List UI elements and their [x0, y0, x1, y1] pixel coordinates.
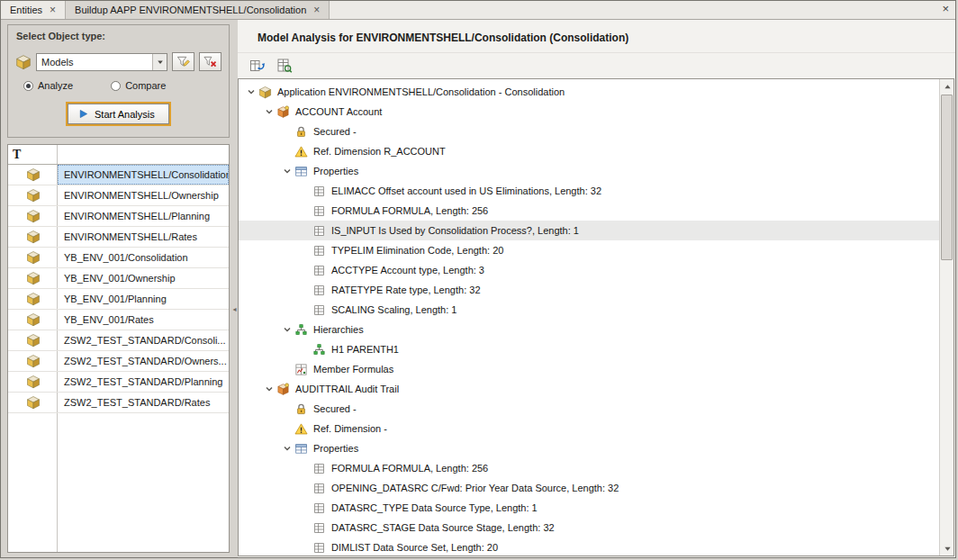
- model-list-item[interactable]: ZSW2_TEST_STANDARD/Consoli...: [8, 330, 229, 351]
- model-list-item[interactable]: ZSW2_TEST_STANDARD/Planning: [8, 372, 229, 393]
- model-list-item[interactable]: ZSW2_TEST_STANDARD/Owners...: [8, 351, 229, 372]
- model-list-item[interactable]: ENVIRONMENTSHELL/Planning: [8, 206, 229, 227]
- model-list-item[interactable]: YB_ENV_001/Ownership: [8, 268, 229, 289]
- tree-node[interactable]: Secured -: [239, 122, 939, 141]
- tree-node[interactable]: Secured -: [239, 399, 939, 419]
- property-icon: [312, 462, 326, 475]
- model-list-header[interactable]: T: [8, 145, 229, 165]
- models-package-icon: [26, 333, 41, 348]
- tree-node[interactable]: Ref. Dimension -: [239, 419, 939, 438]
- member-formulas-icon: [294, 363, 308, 376]
- radio-circle-icon: [111, 81, 121, 91]
- tree-node-label: Hierarchies: [313, 324, 364, 335]
- tree-node[interactable]: ACCTYPE Account type, Length: 3: [239, 260, 939, 280]
- start-analysis-label: Start Analysis: [95, 109, 155, 120]
- tree-node[interactable]: FORMULA FORMULA, Length: 256: [239, 201, 939, 221]
- tab-close-icon[interactable]: ×: [50, 5, 56, 15]
- models-package-icon: [26, 188, 41, 203]
- tree-indent: [244, 547, 298, 548]
- tree-node[interactable]: DIMLIST Data Source Set, Length: 20: [239, 537, 939, 555]
- model-list-item[interactable]: ENVIRONMENTSHELL/Consolidation: [8, 165, 229, 185]
- collapse-panel-icon[interactable]: ◂: [231, 297, 238, 321]
- model-list-item[interactable]: ENVIRONMENTSHELL/Ownership: [8, 185, 229, 206]
- tab-entities[interactable]: Entities ×: [1, 1, 66, 19]
- tree-node[interactable]: IS_INPUT Is Used by Consolidation Proces…: [239, 221, 939, 240]
- tree-node[interactable]: SCALING Scaling, Length: 1: [239, 300, 939, 320]
- scroll-down-button[interactable]: [940, 541, 954, 555]
- analysis-toolbar: [238, 53, 955, 78]
- chevron-down-icon[interactable]: [152, 54, 167, 70]
- analysis-tree: Application ENVIRONMENTSHELL/Consolidati…: [239, 79, 939, 555]
- property-icon: [312, 541, 326, 555]
- application-package-icon: [258, 86, 272, 99]
- tree-node[interactable]: DATASRC_TYPE Data Source Type, Length: 1: [239, 498, 939, 518]
- model-label-cell: YB_ENV_001/Rates: [58, 310, 229, 330]
- model-icon-cell: [8, 289, 58, 309]
- tab-close-icon[interactable]: ×: [313, 5, 320, 15]
- tree-node[interactable]: Ref. Dimension R_ACCOUNT: [239, 141, 939, 161]
- tree-node[interactable]: FORMULA FORMULA, Length: 256: [239, 458, 939, 478]
- model-label: YB_ENV_001/Planning: [64, 294, 167, 304]
- model-label: YB_ENV_001/Consolidation: [64, 252, 188, 263]
- tree-node-label: TYPELIM Elimination Code, Length: 20: [331, 245, 503, 256]
- text-column-icon: T: [13, 149, 21, 161]
- model-list-item[interactable]: ZSW2_TEST_STANDARD/Rates: [8, 393, 229, 413]
- tab-buildup-analysis[interactable]: Buildup AAPP ENVIRONMENTSHELL/Consolidat…: [66, 1, 330, 19]
- tree-node[interactable]: TYPELIM Elimination Code, Length: 20: [239, 240, 939, 260]
- model-list-item[interactable]: YB_ENV_001/Consolidation: [8, 248, 229, 268]
- tree-node[interactable]: H1 PARENTH1: [239, 339, 939, 359]
- radio-compare[interactable]: Compare: [111, 80, 166, 91]
- model-list: T ENVIRONMENTSHELL/ConsolidationENVIRONM…: [7, 144, 230, 553]
- close-icon[interactable]: ×: [942, 3, 949, 14]
- model-icon-cell: [8, 393, 58, 412]
- chevron-down-icon[interactable]: [280, 167, 294, 176]
- tree-node-label: Secured -: [313, 126, 357, 137]
- model-list-item[interactable]: YB_ENV_001/Rates: [8, 310, 229, 330]
- model-list-item[interactable]: YB_ENV_001/Planning: [8, 289, 229, 310]
- tree-node-label: AUDITTRAIL Audit Trail: [295, 384, 399, 394]
- scrollbar-thumb[interactable]: [941, 95, 953, 260]
- tree-node[interactable]: Properties: [239, 161, 939, 181]
- scroll-up-button[interactable]: [940, 79, 954, 94]
- chevron-down-icon[interactable]: [280, 444, 294, 453]
- property-icon: [312, 185, 326, 198]
- models-package-icon: [26, 292, 41, 306]
- tree-node[interactable]: AUDITTRAIL Audit Trail: [239, 379, 939, 399]
- chevron-down-icon[interactable]: [262, 107, 276, 116]
- model-label-cell: ENVIRONMENTSHELL/Consolidation: [58, 165, 229, 185]
- object-type-select[interactable]: Models: [36, 53, 167, 71]
- model-label: ENVIRONMENTSHELL/Rates: [64, 231, 197, 242]
- radio-label: Analyze: [38, 80, 73, 91]
- chevron-down-icon[interactable]: [244, 87, 258, 96]
- model-list-item[interactable]: ENVIRONMENTSHELL/Rates: [8, 227, 229, 248]
- export-spreadsheet-icon: [276, 58, 293, 74]
- vertical-scrollbar[interactable]: [939, 79, 953, 555]
- tree-indent: [244, 448, 280, 449]
- tree-node[interactable]: OPENING_DATASRC C/Fwd: Prior Year Data S…: [239, 478, 939, 498]
- models-package-icon: [26, 167, 41, 182]
- chevron-down-icon[interactable]: [280, 325, 294, 334]
- tree-node[interactable]: RATETYPE Rate type, Length: 32: [239, 280, 939, 300]
- tree-node[interactable]: ELIMACC Offset account used in US Elimin…: [239, 181, 939, 201]
- model-label-cell: ZSW2_TEST_STANDARD/Consoli...: [58, 330, 229, 350]
- tree-node[interactable]: Application ENVIRONMENTSHELL/Consolidati…: [239, 82, 939, 102]
- tree-node-label: RATETYPE Rate type, Length: 32: [331, 285, 481, 295]
- filter-button[interactable]: [172, 52, 194, 71]
- start-analysis-button[interactable]: Start Analysis: [68, 104, 169, 124]
- chevron-down-icon[interactable]: [262, 384, 276, 393]
- export-spreadsheet-button[interactable]: [274, 55, 295, 77]
- tree-node[interactable]: DATASRC_STAGE Data Source Stage, Length:…: [239, 518, 939, 537]
- tree-node[interactable]: Hierarchies: [239, 320, 939, 339]
- panel-splitter[interactable]: ◂: [231, 20, 238, 557]
- clear-filter-button[interactable]: [199, 52, 221, 71]
- radio-analyze[interactable]: Analyze: [23, 80, 73, 91]
- tree-node[interactable]: Member Formulas: [239, 359, 939, 379]
- tree-node-label: ACCTYPE Account type, Length: 3: [331, 265, 484, 275]
- tree-node[interactable]: ACCOUNT Account: [239, 102, 939, 122]
- model-label-cell: ZSW2_TEST_STANDARD/Planning: [58, 372, 229, 392]
- model-rows: ENVIRONMENTSHELL/ConsolidationENVIRONMEN…: [8, 165, 229, 413]
- dimension-icon: [276, 105, 290, 119]
- export-table-button[interactable]: [247, 55, 268, 77]
- property-icon: [312, 303, 326, 317]
- tree-node[interactable]: Properties: [239, 438, 939, 458]
